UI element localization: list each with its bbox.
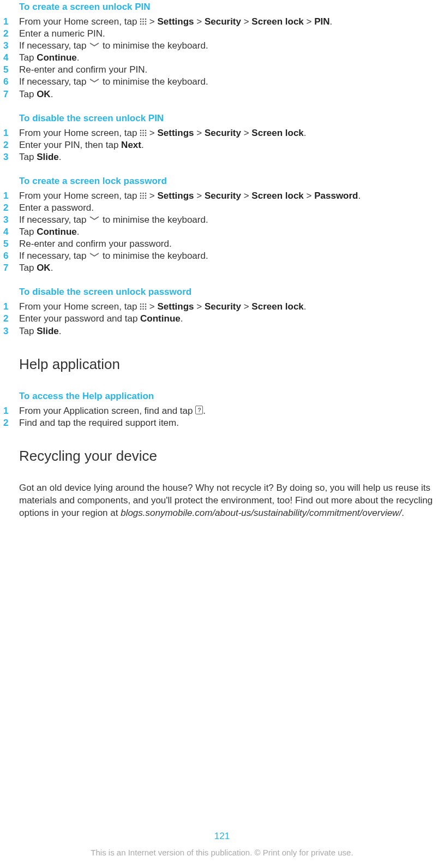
text-run: >: [241, 301, 251, 312]
step-number: 3: [0, 325, 19, 337]
text-run: If necessary, tap: [19, 251, 89, 261]
step-item: 3If necessary, tap to minimise the keybo…: [0, 214, 444, 226]
section-heading: To create a screen lock password: [19, 175, 444, 188]
step-item: 1From your Home screen, tap > Settings >…: [0, 190, 444, 202]
help-steps-list: 1From your Application screen, find and …: [0, 405, 444, 429]
step-number: 4: [0, 52, 19, 64]
chevron-down-icon: [89, 252, 100, 258]
step-item: 5Re-enter and confirm your PIN.: [0, 64, 444, 76]
svg-point-22: [142, 195, 144, 197]
svg-point-0: [140, 19, 142, 20]
bold-text: Next: [121, 140, 141, 150]
step-number: 3: [0, 40, 19, 52]
bold-text: Security: [205, 16, 241, 27]
svg-point-25: [142, 197, 144, 199]
step-number: 2: [0, 202, 19, 214]
text-run: >: [194, 191, 205, 201]
text-run: >: [304, 16, 314, 27]
text-run: .: [181, 313, 183, 324]
step-text: Tap OK.: [19, 262, 444, 274]
bold-text: Security: [205, 301, 241, 312]
svg-point-6: [140, 23, 142, 25]
step-item: 1From your Home screen, tap > Settings >…: [0, 301, 444, 313]
text-run: Tap: [19, 89, 37, 99]
step-number: 4: [0, 226, 19, 238]
svg-point-7: [142, 23, 144, 25]
chevron-down-icon: [89, 216, 100, 221]
text-run: >: [241, 128, 251, 138]
text-run: .: [51, 89, 53, 99]
step-number: 3: [0, 151, 19, 163]
step-item: 7Tap OK.: [0, 88, 444, 100]
text-run: Tap: [19, 152, 37, 162]
text-run: Enter a password.: [19, 203, 94, 213]
svg-point-3: [140, 21, 142, 22]
svg-point-4: [142, 21, 144, 22]
bold-text: Slide: [37, 152, 59, 162]
bold-text: Settings: [157, 128, 194, 138]
svg-point-34: [142, 308, 144, 310]
text-run: >: [147, 301, 157, 312]
text-run: >: [147, 191, 157, 201]
text-run: Enter a numeric PIN.: [19, 28, 105, 39]
step-number: 1: [0, 301, 19, 313]
svg-point-20: [145, 192, 147, 194]
bold-text: Settings: [157, 301, 194, 312]
text-run: .: [59, 326, 62, 336]
step-text: Tap Slide.: [19, 325, 444, 337]
svg-point-33: [140, 308, 142, 310]
bold-text: Continue: [140, 313, 181, 324]
text-run: >: [147, 128, 157, 138]
step-item: 2Enter your PIN, then tap Next.: [0, 139, 444, 151]
step-number: 7: [0, 88, 19, 100]
text-run: .: [203, 406, 206, 416]
text-run: >: [194, 16, 205, 27]
svg-point-30: [140, 306, 142, 308]
svg-point-11: [145, 129, 147, 131]
text-run: Enter your PIN, then tap: [19, 140, 121, 150]
step-list: 1From your Home screen, tap > Settings >…: [0, 190, 444, 275]
help-major-heading: Help application: [19, 355, 444, 374]
step-item: 1From your Home screen, tap > Settings >…: [0, 16, 444, 28]
step-text: From your Home screen, tap > Settings > …: [19, 127, 444, 139]
text-run: Tap: [19, 52, 37, 63]
step-item: 3Tap Slide.: [0, 151, 444, 163]
step-number: 2: [0, 417, 19, 429]
step-item: 3If necessary, tap to minimise the keybo…: [0, 40, 444, 52]
chevron-down-icon: [89, 42, 100, 47]
svg-point-16: [142, 134, 144, 136]
step-text: Enter your PIN, then tap Next.: [19, 139, 444, 151]
text-run: Tap: [19, 326, 37, 336]
bold-text: OK: [37, 263, 51, 273]
step-number: 1: [0, 405, 19, 417]
svg-point-5: [145, 21, 147, 22]
bold-text: Screen lock: [251, 191, 303, 201]
text-run: >: [241, 16, 251, 27]
apps-icon: [140, 18, 147, 25]
bold-text: Continue: [37, 52, 77, 63]
step-text: From your Home screen, tap > Settings > …: [19, 16, 444, 28]
step-number: 7: [0, 262, 19, 274]
step-list: 1From your Home screen, tap > Settings >…: [0, 127, 444, 163]
step-item: 2Enter your password and tap Continue.: [0, 313, 444, 325]
text-run: >: [194, 301, 205, 312]
section-heading: To create a screen unlock PIN: [19, 1, 444, 14]
text-run: From your Home screen, tap: [19, 128, 140, 138]
text-run: Enter your password and tap: [19, 313, 140, 324]
svg-point-29: [145, 304, 147, 305]
step-number: 3: [0, 214, 19, 226]
step-item: 4Tap Continue.: [0, 226, 444, 238]
step-text: Tap OK.: [19, 88, 444, 100]
step-number: 1: [0, 127, 19, 139]
svg-point-10: [142, 129, 144, 131]
text-run: .: [77, 52, 80, 63]
text-run: .: [77, 227, 80, 237]
text-run: >: [194, 128, 205, 138]
section-heading: To disable the screen unlock PIN: [19, 112, 444, 125]
svg-point-32: [145, 306, 147, 308]
bold-text: Security: [205, 128, 241, 138]
bold-text: Slide: [37, 326, 59, 336]
text-run: .: [59, 152, 62, 162]
text-run: If necessary, tap: [19, 215, 89, 225]
step-number: 5: [0, 64, 19, 76]
